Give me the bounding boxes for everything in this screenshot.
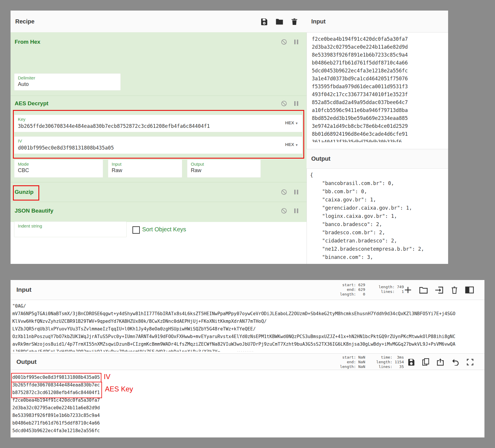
pane-resize-handle[interactable]: ········· [228, 350, 263, 353]
output-line-key-1: 3b265ffde306708344e484eaa830b7ec [12, 381, 484, 389]
chevron-down-icon: ▾ [296, 121, 297, 125]
op-from-hex-title[interactable]: From Hex [15, 39, 40, 45]
output-length-stats: time: 3ms length: 1154 lines: 35 [369, 355, 404, 369]
recipe-list: From Hex Delimiter Auto AES Decrypt [11, 32, 307, 222]
pause-op-icon[interactable] [294, 39, 299, 45]
add-input-tab-icon[interactable] [404, 286, 412, 294]
indent-string-label: Indent string [18, 223, 42, 228]
load-recipe-folder-icon[interactable] [275, 18, 283, 25]
pause-op-icon[interactable] [294, 101, 299, 106]
output-line: 8e533983f926f891e1b6b7233c85c9a4 [12, 412, 484, 419]
output-line: 2d3ba32c02795ace0e224b11a6e82d9d [12, 404, 484, 412]
top-io-pane: Input f2ce0bea4b194f91c420dc0fa5a30fa7 2… [307, 11, 448, 264]
op-json-beautify-title[interactable]: JSON Beautify [15, 208, 53, 214]
hex-line: b0486eb271fb61d761f5ddf8710c4a66 [312, 59, 448, 67]
output-header: Output start: NaN end: NaN length: NaN t… [11, 353, 484, 370]
clear-input-trash-icon[interactable] [451, 286, 458, 294]
json-line: "banco.bradesco": 2, [310, 220, 448, 228]
output-line-key-2: b8752872c3cd61208efb4fa6c84404f1 [12, 389, 484, 396]
input-line: mV7A6NP5gTGAi0NaBTsmX/3jBnCDROSE6qgwt+y4… [12, 310, 484, 318]
json-line: "ne12.bradesconetempresa.b.br": 2, [310, 245, 448, 253]
sort-object-keys-checkbox[interactable] [132, 226, 140, 234]
output-header: Output [307, 149, 448, 169]
hex-line: 493f042c17cc336773474010f1e3523f [312, 91, 448, 99]
cyberchef-top-screenshot: Recipe From Hex [11, 11, 448, 264]
save-recipe-icon[interactable] [261, 18, 268, 25]
aes-mode-arg[interactable]: Mode CBC [14, 159, 103, 178]
hex-line: f53595fbdaa979d61deca0011d9531f3 [312, 83, 448, 91]
disable-op-icon[interactable] [281, 208, 287, 214]
input-title: Input [16, 286, 31, 293]
input-line: OzXb11nbPoszuqY7bO7kbZUK1WqJjrATuS5Pvc0y… [12, 333, 484, 340]
aes-iv-value[interactable]: d001bf995ec0e8d3f98131808b435a05 [18, 145, 114, 151]
output-line: 5dcd0453b9622ec4fa3e1218e2a556fc [12, 427, 484, 435]
aes-output-label: Output [191, 162, 204, 167]
maximize-output-icon[interactable] [466, 358, 474, 366]
input-cursor-stats: start: 629 end: 629 length: 0 [315, 283, 365, 297]
input-line: avRk9mrSWzojos8uid1/4p7TrmXI55nXMZsqwiDz… [12, 340, 484, 348]
input-line: "0AG/ [12, 302, 484, 310]
input-length-stats: length: 749 lines: 1 [372, 285, 404, 294]
recipe-header: Recipe [11, 11, 307, 33]
export-output-icon[interactable] [436, 358, 444, 366]
hex-line: 5dcd0453b9622ec4fa3e1218e2a556fc [312, 67, 448, 75]
open-file-as-input-icon[interactable] [435, 286, 444, 294]
output-textarea[interactable]: { "bancobrasil.com.br": 0, "bb.com.br": … [307, 169, 448, 264]
aes-key-value[interactable]: 3b265ffde306708344e484eaa830b7ecb8752872… [18, 123, 210, 129]
json-line: "bb.com.br": 0, [310, 187, 448, 196]
recipe-pane: Recipe From Hex [11, 11, 307, 264]
disable-op-icon[interactable] [281, 39, 287, 45]
indent-string-arg[interactable]: Indent string [14, 221, 127, 237]
op-aes-decrypt-title[interactable]: AES Decrypt [15, 100, 48, 107]
hex-line: 8bd852edd3b19be59a669e2334eaa885 [312, 114, 448, 122]
output-textarea[interactable]: d001bf995ec0e8d3f98131808b435a05 3b265ff… [11, 370, 484, 437]
iv-type-dropdown[interactable]: HEX▾ [285, 142, 297, 147]
json-line: { [310, 171, 448, 179]
input-header: Input [307, 11, 448, 33]
save-output-icon[interactable] [408, 358, 415, 366]
disable-op-icon[interactable] [281, 100, 287, 107]
disable-op-icon[interactable] [281, 189, 287, 195]
aes-mode-label: Mode [18, 162, 29, 167]
aes-input-value[interactable]: Raw [112, 167, 122, 174]
hex-line: 3e9742a1d49cb8cbc78e6b4ce01d2529 [312, 122, 448, 130]
json-line: "bradesco.com.br": 2, [310, 228, 448, 237]
aes-input-label: Input [112, 162, 121, 167]
delimiter-arg[interactable]: Delimiter Auto [14, 73, 121, 91]
op-gunzip-title[interactable]: Gunzip [15, 189, 33, 195]
aes-output-arg[interactable]: Output Raw [187, 159, 261, 178]
aes-input-arg[interactable]: Input Raw [108, 159, 182, 178]
output-line-iv: d001bf995ec0e8d3f98131808b435a05 [12, 374, 484, 381]
hex-line: 8b01d68924196d8e46e3cade4d6cfe91 [312, 130, 448, 138]
json-line: "loginx.caixa.gov.br": 1, [310, 212, 448, 220]
json-line: "caixa.gov.br": 1, [310, 196, 448, 204]
hex-line: 3a1e47d0373bd9ca1cd4642051f75076 [312, 75, 448, 83]
aes-mode-value[interactable]: CBC [18, 167, 29, 174]
cyberchef-bottom-screenshot: Input start: 629 end: 629 length: 0 leng… [11, 280, 484, 437]
output-title: Output [307, 149, 448, 168]
aes-iv-arg[interactable]: IV d001bf995ec0e8d3f98131808b435a05 HEX▾ [14, 136, 302, 154]
json-line: "cidadetran.bradesco": 2, [310, 237, 448, 245]
aes-output-value[interactable]: Raw [191, 167, 201, 174]
hex-line-clipped: 361a40413f3b35dbd750db30b33bf6 [312, 138, 448, 142]
input-textarea[interactable]: "0AG/ mV7A6NP5gTGAi0NaBTsmX/3jBnCDROSE6q… [11, 300, 484, 352]
pause-op-icon[interactable] [294, 208, 299, 214]
aes-key-arg[interactable]: Key 3b265ffde306708344e484eaa830b7ecb875… [14, 115, 302, 132]
hex-line: a10fcb5596c9411e6ba946f79713d8ba [312, 106, 448, 114]
input-line: LVZbJQR5rqUb3lxPYuovYUu3TsZvlmmaeIzTqqIU… [12, 325, 484, 333]
json-line: "bancobrasil.com.br": 0, [310, 179, 448, 187]
input-tabs-icon[interactable] [465, 286, 474, 294]
input-textarea[interactable]: f2ce0bea4b194f91c420dc0fa5a30fa7 2d3ba32… [307, 32, 448, 149]
pause-op-icon[interactable] [294, 189, 299, 195]
input-title: Input [307, 11, 448, 32]
delimiter-value[interactable]: Auto [18, 81, 29, 87]
chevron-down-icon: ▾ [296, 143, 297, 147]
copy-output-icon[interactable] [422, 358, 429, 366]
clear-recipe-trash-icon[interactable] [291, 18, 298, 25]
aes-iv-label: IV [18, 138, 22, 143]
undo-output-icon[interactable] [451, 358, 459, 366]
delimiter-label: Delimiter [18, 75, 35, 80]
open-folder-icon[interactable] [419, 286, 428, 294]
key-type-dropdown[interactable]: HEX▾ [285, 120, 297, 125]
hex-line: 2d3ba32c02795ace0e224b11a6e82d9d [312, 43, 448, 51]
